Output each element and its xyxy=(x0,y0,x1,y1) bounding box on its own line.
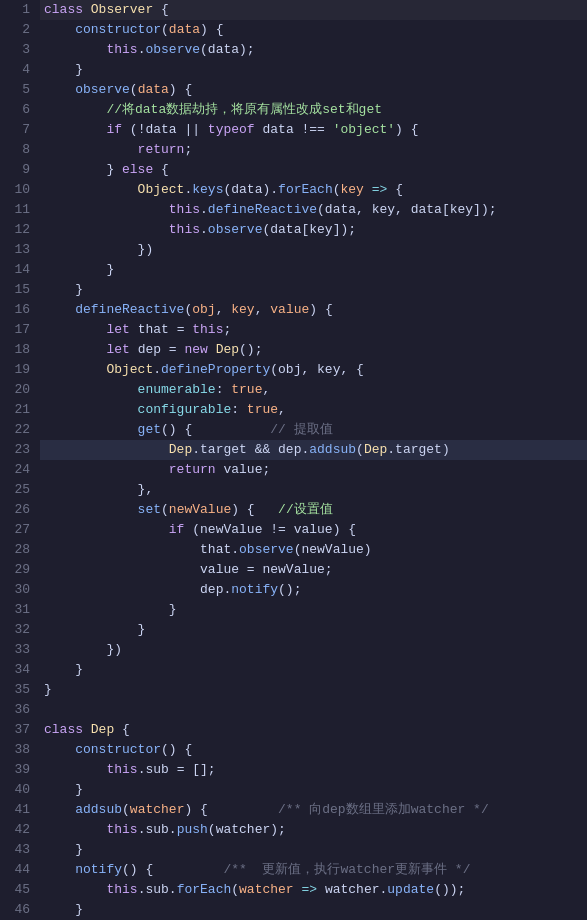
line-number: 28 xyxy=(0,540,40,560)
code-line: 26 set(newValue) { //设置值 xyxy=(0,500,587,520)
line-content: } xyxy=(40,660,587,680)
line-number: 3 xyxy=(0,40,40,60)
code-line: 12 this.observe(data[key]); xyxy=(0,220,587,240)
line-number: 39 xyxy=(0,760,40,780)
line-number: 45 xyxy=(0,880,40,900)
line-number: 19 xyxy=(0,360,40,380)
line-number: 23 xyxy=(0,440,40,460)
line-number: 5 xyxy=(0,80,40,100)
line-content: }, xyxy=(40,480,587,500)
line-content: this.observe(data[key]); xyxy=(40,220,587,240)
code-line: 36 xyxy=(0,700,587,720)
line-content: } xyxy=(40,780,587,800)
line-number: 11 xyxy=(0,200,40,220)
line-number: 13 xyxy=(0,240,40,260)
line-content: return; xyxy=(40,140,587,160)
line-number: 46 xyxy=(0,900,40,920)
line-content: Dep.target && dep.addsub(Dep.target) xyxy=(40,440,587,460)
code-line: 5 observe(data) { xyxy=(0,80,587,100)
line-number: 24 xyxy=(0,460,40,480)
line-number: 6 xyxy=(0,100,40,120)
line-content: class Dep { xyxy=(40,720,587,740)
code-line: 14 } xyxy=(0,260,587,280)
code-line: 3 this.observe(data); xyxy=(0,40,587,60)
line-content: this.defineReactive(data, key, data[key]… xyxy=(40,200,587,220)
line-number: 1 xyxy=(0,0,40,20)
code-line: 32 } xyxy=(0,620,587,640)
code-line: 39 this.sub = []; xyxy=(0,760,587,780)
code-line: 22 get() { // 提取值 xyxy=(0,420,587,440)
line-number: 33 xyxy=(0,640,40,660)
code-line: 45 this.sub.forEach(watcher => watcher.u… xyxy=(0,880,587,900)
line-content: return value; xyxy=(40,460,587,480)
line-number: 31 xyxy=(0,600,40,620)
line-number: 10 xyxy=(0,180,40,200)
line-content: if (newValue != value) { xyxy=(40,520,587,540)
line-content: } xyxy=(40,680,587,700)
line-content: this.observe(data); xyxy=(40,40,587,60)
line-content: value = newValue; xyxy=(40,560,587,580)
code-line: 30 dep.notify(); xyxy=(0,580,587,600)
line-content: defineReactive(obj, key, value) { xyxy=(40,300,587,320)
line-content: observe(data) { xyxy=(40,80,587,100)
code-line: 21 configurable: true, xyxy=(0,400,587,420)
code-line: 33 }) xyxy=(0,640,587,660)
code-line: 28 that.observe(newValue) xyxy=(0,540,587,560)
line-number: 9 xyxy=(0,160,40,180)
code-line: 15 } xyxy=(0,280,587,300)
code-line: 27 if (newValue != value) { xyxy=(0,520,587,540)
code-line: 43 } xyxy=(0,840,587,860)
line-number: 4 xyxy=(0,60,40,80)
code-line: 17 let that = this; xyxy=(0,320,587,340)
code-line: 6 //将data数据劫持，将原有属性改成set和get xyxy=(0,100,587,120)
code-line: 29 value = newValue; xyxy=(0,560,587,580)
line-content: class Observer { xyxy=(40,0,587,20)
code-line: 31 } xyxy=(0,600,587,620)
line-content: if (!data || typeof data !== 'object') { xyxy=(40,120,587,140)
line-number: 30 xyxy=(0,580,40,600)
code-line: 16 defineReactive(obj, key, value) { xyxy=(0,300,587,320)
code-line: 37class Dep { xyxy=(0,720,587,740)
line-content: notify() { /** 更新值，执行watcher更新事件 */ xyxy=(40,860,587,880)
line-content: configurable: true, xyxy=(40,400,587,420)
line-number: 42 xyxy=(0,820,40,840)
code-line: 35} xyxy=(0,680,587,700)
line-content: } xyxy=(40,840,587,860)
line-content: constructor() { xyxy=(40,740,587,760)
line-content: } xyxy=(40,60,587,80)
code-line: 1class Observer { xyxy=(0,0,587,20)
code-line: 23 Dep.target && dep.addsub(Dep.target) xyxy=(0,440,587,460)
code-line: 34 } xyxy=(0,660,587,680)
line-content: }) xyxy=(40,240,587,260)
line-content: } xyxy=(40,900,587,920)
line-content: } xyxy=(40,620,587,640)
code-editor: 1class Observer {2 constructor(data) {3 … xyxy=(0,0,587,920)
line-number: 22 xyxy=(0,420,40,440)
line-number: 14 xyxy=(0,260,40,280)
code-line: 24 return value; xyxy=(0,460,587,480)
line-content: this.sub.push(watcher); xyxy=(40,820,587,840)
line-content: this.sub.forEach(watcher => watcher.upda… xyxy=(40,880,587,900)
line-content: let that = this; xyxy=(40,320,587,340)
line-content: dep.notify(); xyxy=(40,580,587,600)
line-number: 37 xyxy=(0,720,40,740)
line-content: this.sub = []; xyxy=(40,760,587,780)
line-number: 16 xyxy=(0,300,40,320)
line-content: constructor(data) { xyxy=(40,20,587,40)
line-content: Object.keys(data).forEach(key => { xyxy=(40,180,587,200)
line-number: 38 xyxy=(0,740,40,760)
code-line: 9 } else { xyxy=(0,160,587,180)
line-number: 36 xyxy=(0,700,40,720)
line-number: 40 xyxy=(0,780,40,800)
code-line: 42 this.sub.push(watcher); xyxy=(0,820,587,840)
code-line: 44 notify() { /** 更新值，执行watcher更新事件 */ xyxy=(0,860,587,880)
code-line: 8 return; xyxy=(0,140,587,160)
line-number: 17 xyxy=(0,320,40,340)
line-number: 34 xyxy=(0,660,40,680)
line-number: 35 xyxy=(0,680,40,700)
line-content: }) xyxy=(40,640,587,660)
code-line: 18 let dep = new Dep(); xyxy=(0,340,587,360)
code-line: 41 addsub(watcher) { /** 向dep数组里添加watche… xyxy=(0,800,587,820)
code-line: 20 enumerable: true, xyxy=(0,380,587,400)
code-line: 19 Object.defineProperty(obj, key, { xyxy=(0,360,587,380)
